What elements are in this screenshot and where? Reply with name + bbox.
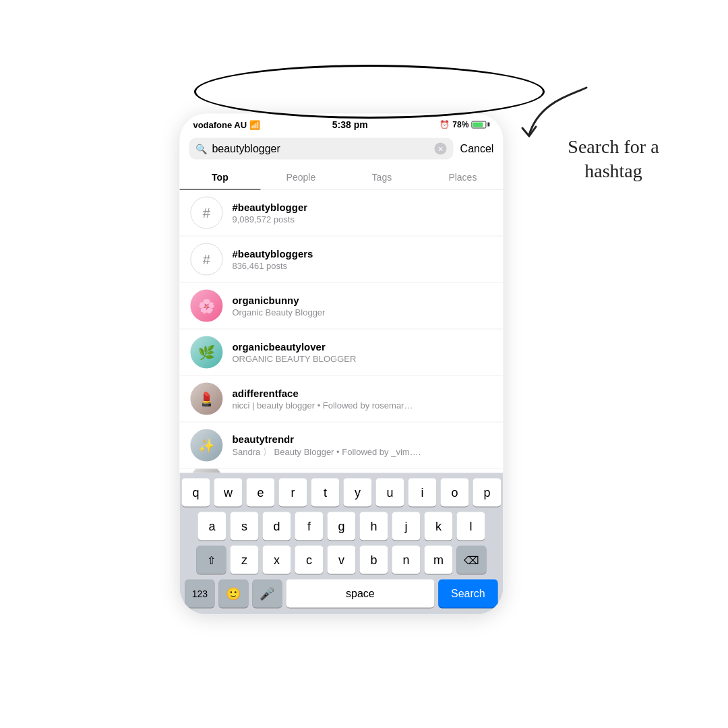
avatar: 🌸: [190, 290, 222, 322]
result-text: organicbunny Organic Beauty Blogger: [232, 295, 492, 317]
result-text: #beautybloggers 836,461 posts: [232, 248, 492, 271]
search-clear-button[interactable]: ✕: [435, 143, 447, 155]
tab-people[interactable]: People: [260, 165, 341, 189]
key-p[interactable]: p: [473, 479, 501, 507]
key-s[interactable]: s: [230, 512, 258, 541]
hashtag-icon: #: [190, 243, 222, 276]
result-sub: ORGANIC BEAUTY BLOGGER: [232, 354, 492, 364]
status-right: ⏰ 78%: [439, 120, 489, 129]
key-e[interactable]: e: [246, 479, 274, 507]
key-l[interactable]: l: [456, 512, 485, 541]
search-input-text[interactable]: beautyblogger: [212, 143, 429, 155]
key-o[interactable]: o: [440, 479, 468, 507]
key-m[interactable]: m: [424, 546, 452, 574]
search-key[interactable]: Search: [438, 580, 497, 608]
keyboard-row-1: q w e r t y u i o p: [182, 479, 500, 507]
mic-key[interactable]: 🎤: [252, 580, 282, 608]
key-t[interactable]: t: [311, 479, 339, 507]
results-list: # #beautyblogger 9,089,572 posts # #beau…: [179, 190, 503, 473]
battery-icon: [471, 121, 489, 128]
annotation: Search for a hashtag: [539, 135, 688, 184]
result-sub: 836,461 posts: [232, 261, 492, 271]
cancel-button[interactable]: Cancel: [460, 143, 494, 155]
key-n[interactable]: n: [392, 546, 420, 574]
tab-top[interactable]: Top: [179, 165, 260, 189]
key-u[interactable]: u: [375, 479, 404, 507]
key-z[interactable]: z: [230, 546, 258, 574]
arrow-icon: [519, 81, 600, 148]
key-g[interactable]: g: [327, 512, 355, 541]
search-input-wrapper[interactable]: 🔍 beautyblogger ✕: [189, 138, 453, 160]
tabs-row: Top People Tags Places: [179, 165, 503, 190]
key-y[interactable]: y: [343, 479, 371, 507]
shift-key[interactable]: ⇧: [196, 546, 226, 574]
key-i[interactable]: i: [408, 479, 436, 507]
space-key[interactable]: space: [286, 580, 434, 608]
search-bar-area: 🔍 beautyblogger ✕ Cancel: [179, 133, 503, 165]
key-v[interactable]: v: [327, 546, 355, 574]
key-h[interactable]: h: [359, 512, 388, 541]
result-text: beautytrendr Sandra 〉 Beauty Blogger • F…: [232, 433, 492, 458]
key-j[interactable]: j: [392, 512, 420, 541]
key-x[interactable]: x: [262, 546, 291, 574]
key-b[interactable]: b: [359, 546, 388, 574]
emoji-key[interactable]: 🙂: [218, 580, 248, 608]
status-bar: vodafone AU 📶 5:38 pm ⏰ 78%: [179, 114, 503, 133]
result-name: organicbeautylover: [232, 341, 492, 353]
list-item[interactable]: 💄 adifferentface nicci | beauty blogger …: [179, 376, 503, 423]
result-name: #beautybloggers: [232, 248, 492, 260]
carrier-label: vodafone AU: [193, 119, 247, 129]
status-left: vodafone AU 📶: [193, 119, 260, 129]
result-sub: 9,089,572 posts: [232, 214, 492, 224]
keyboard-bottom-row: 123 🙂 🎤 space Search: [182, 580, 500, 608]
battery-pct: 78%: [452, 120, 468, 129]
avatar: 👄: [190, 469, 222, 473]
search-magnifier-icon: 🔍: [195, 144, 207, 154]
avatar: 🌿: [190, 336, 222, 369]
tab-places[interactable]: Places: [422, 165, 503, 189]
list-item[interactable]: # #beautyblogger 9,089,572 posts: [179, 190, 503, 237]
result-name: #beautyblogger: [232, 202, 492, 213]
wifi-icon: 📶: [249, 119, 260, 129]
key-d[interactable]: d: [262, 512, 291, 541]
list-item[interactable]: ✨ beautytrendr Sandra 〉 Beauty Blogger •…: [179, 423, 503, 469]
alarm-icon: ⏰: [439, 120, 450, 129]
key-q[interactable]: q: [181, 479, 210, 507]
search-highlight-circle: [194, 65, 545, 119]
result-text: adifferentface nicci | beauty blogger • …: [232, 388, 492, 411]
key-w[interactable]: w: [214, 479, 242, 507]
key-f[interactable]: f: [295, 512, 323, 541]
result-name: organicbunny: [232, 295, 492, 306]
list-item[interactable]: 🌸 organicbunny Organic Beauty Blogger: [179, 283, 503, 330]
result-text: organicbeautylover ORGANIC BEAUTY BLOGGE…: [232, 341, 492, 364]
result-name: adifferentface: [232, 388, 492, 399]
key-k[interactable]: k: [424, 512, 452, 541]
list-item[interactable]: 🌿 organicbeautylover ORGANIC BEAUTY BLOG…: [179, 330, 503, 376]
avatar: ✨: [190, 429, 222, 462]
avatar: 💄: [190, 383, 222, 415]
result-sub: Organic Beauty Blogger: [232, 307, 492, 317]
key-a[interactable]: a: [198, 512, 226, 541]
result-sub: Sandra 〉 Beauty Blogger • Followed by _v…: [232, 446, 492, 458]
key-r[interactable]: r: [278, 479, 307, 507]
phone-frame: vodafone AU 📶 5:38 pm ⏰ 78% 🔍 beautyblog…: [179, 114, 503, 615]
keyboard-row-2: a s d f g h j k l: [182, 512, 500, 541]
keyboard-row-3: ⇧ z x c v b n m ⌫: [182, 546, 500, 574]
result-sub: nicci | beauty blogger • Followed by ros…: [232, 400, 492, 411]
list-item[interactable]: # #beautybloggers 836,461 posts: [179, 237, 503, 283]
hashtag-icon: #: [190, 197, 222, 229]
key-c[interactable]: c: [295, 546, 323, 574]
num-key[interactable]: 123: [185, 580, 214, 608]
tab-tags[interactable]: Tags: [341, 165, 422, 189]
time-display: 5:38 pm: [332, 119, 368, 130]
keyboard: q w e r t y u i o p a s d f g h j k l ⇧ …: [179, 473, 503, 615]
result-text: #beautyblogger 9,089,572 posts: [232, 202, 492, 224]
delete-key[interactable]: ⌫: [456, 546, 486, 574]
result-name: beautytrendr: [232, 433, 492, 444]
